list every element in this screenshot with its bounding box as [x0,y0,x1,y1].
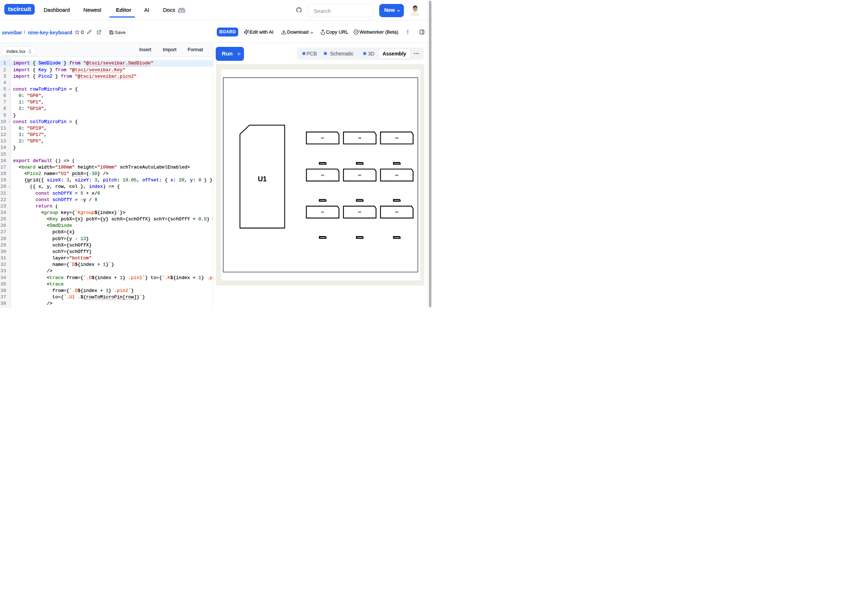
svg-text:K4: K4 [321,173,324,176]
svg-text:K3: K3 [395,211,398,213]
svg-text:K7: K7 [321,137,324,139]
svg-text:K1: K1 [321,211,324,213]
svg-text:K6: K6 [395,173,398,176]
svg-text:K8: K8 [358,137,361,139]
svg-text:K5: K5 [358,173,361,176]
svg-text:K9: K9 [395,137,398,139]
svg-text:U1: U1 [258,175,267,183]
svg-text:K2: K2 [358,211,361,213]
